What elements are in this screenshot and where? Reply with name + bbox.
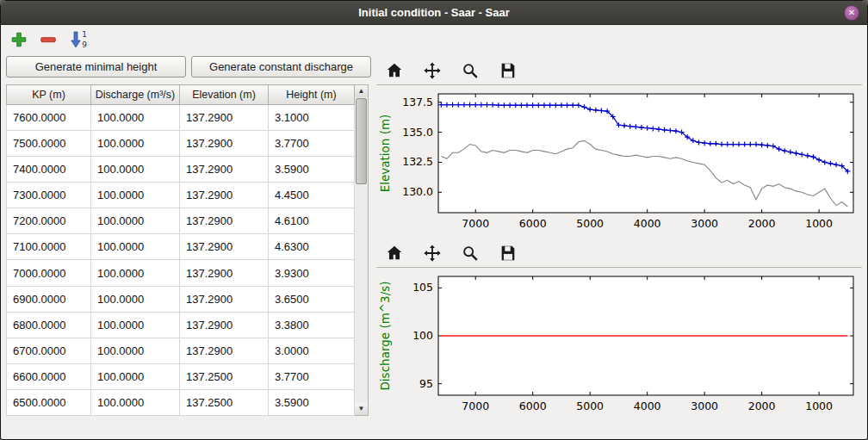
table-cell[interactable]: 4.6100 [269,208,355,234]
table-body: 7600.0000100.0000137.29003.10007500.0000… [7,105,355,416]
discharge-nav-toolbar [376,239,862,268]
table-cell[interactable]: 4.4500 [269,183,355,208]
table-cell[interactable]: 137.2900 [180,260,269,286]
sort-button[interactable]: 1 9 [68,28,92,51]
home-button[interactable] [383,242,406,264]
remove-row-button[interactable] [39,28,58,51]
table-cell[interactable]: 137.2500 [180,389,269,415]
table-cell[interactable]: 100.0000 [91,363,180,389]
table-cell[interactable]: 3.1000 [269,105,355,131]
table-cell[interactable]: 100.0000 [91,131,180,157]
home-icon [385,244,404,263]
save-floppy-icon [499,61,518,80]
vertical-scrollbar[interactable]: ▲ ▼ [355,84,369,416]
table-cell[interactable]: 100.0000 [91,286,180,312]
table-cell[interactable]: 137.2900 [180,338,269,363]
svg-text:6000: 6000 [519,400,547,412]
table-cell[interactable]: 100.0000 [91,312,180,338]
titlebar[interactable]: Initial condition - Saar - Saar ✕ [1,1,867,25]
table-cell[interactable]: 3.0000 [269,338,355,363]
table-header-row: KP (m) Discharge (m³/s) Elevation (m) He… [7,85,355,105]
table-cell[interactable]: 100.0000 [91,234,180,260]
magnifier-icon [461,244,480,263]
table-row: 7100.0000100.0000137.29004.6300 [7,234,355,260]
table-cell[interactable]: 7200.0000 [7,208,91,234]
table-cell[interactable]: 137.2900 [180,286,269,312]
elevation-nav-toolbar [376,56,862,85]
add-row-button[interactable] [9,28,28,51]
scrollbar-thumb[interactable] [356,98,367,184]
plus-icon [9,30,28,49]
discharge-chart[interactable]: 700060005000400030002000100010510095Disc… [376,270,859,421]
app-window: Initial condition - Saar - Saar ✕ 1 9 Ge… [0,0,868,440]
home-button[interactable] [383,59,406,82]
column-header-kp[interactable]: KP (m) [7,85,91,105]
scrollbar-track[interactable] [355,97,368,403]
svg-text:137.5: 137.5 [402,96,433,108]
table-cell[interactable]: 7500.0000 [7,131,91,157]
pan-button[interactable] [421,242,443,264]
table-cell[interactable]: 100.0000 [91,260,180,286]
table-cell[interactable]: 137.2900 [180,105,269,131]
svg-text:1000: 1000 [805,400,833,412]
svg-text:Elevation (m): Elevation (m) [378,115,392,193]
zoom-button[interactable] [459,59,481,82]
table-cell[interactable]: 100.0000 [91,105,180,131]
column-header-height[interactable]: Height (m) [269,85,355,105]
table-cell[interactable]: 100.0000 [91,183,180,208]
window-title: Initial condition - Saar - Saar [358,6,510,19]
table-cell[interactable]: 6700.0000 [7,338,91,363]
save-button[interactable] [497,59,519,82]
table-cell[interactable]: 7000.0000 [7,260,91,286]
table-cell[interactable]: 7300.0000 [7,183,91,208]
table-cell[interactable]: 3.3800 [269,312,355,338]
table-cell[interactable]: 137.2900 [180,312,269,338]
table-cell[interactable]: 100.0000 [91,389,180,415]
table-cell[interactable]: 137.2900 [180,183,269,208]
elevation-chart[interactable]: 7000600050004000300020001000137.5135.013… [376,87,859,239]
table-cell[interactable]: 100.0000 [91,208,180,234]
zoom-button[interactable] [459,242,481,264]
table-cell[interactable]: 100.0000 [91,157,180,183]
table-cell[interactable]: 3.5900 [269,157,355,183]
scroll-down-button[interactable]: ▼ [355,403,368,415]
table-cell[interactable]: 7600.0000 [7,105,91,131]
table-row: 7300.0000100.0000137.29004.4500 [7,183,355,208]
table-row: 7600.0000100.0000137.29003.1000 [7,105,355,131]
table-cell[interactable]: 7400.0000 [7,157,91,183]
table-row: 6500.0000100.0000137.25003.5900 [7,389,355,415]
right-panel: 7000600050004000300020001000137.5135.013… [376,56,862,421]
generate-constant-discharge-button[interactable]: Generate constant discharge [191,56,371,77]
table-cell[interactable]: 3.9300 [269,260,355,286]
table-cell[interactable]: 6900.0000 [7,286,91,312]
table-cell[interactable]: 6800.0000 [7,312,91,338]
generate-minimal-height-button[interactable]: Generate minimal height [6,56,186,77]
save-floppy-icon [499,244,518,263]
table-cell[interactable]: 3.7700 [269,363,355,389]
column-header-discharge[interactable]: Discharge (m³/s) [91,85,180,105]
home-icon [385,61,404,80]
scroll-up-button[interactable]: ▲ [355,85,368,97]
column-header-elevation[interactable]: Elevation (m) [180,85,269,105]
table-row: 7200.0000100.0000137.29004.6100 [7,208,355,234]
table-cell[interactable]: 137.2900 [180,157,269,183]
table-cell[interactable]: 7100.0000 [7,234,91,260]
table-cell[interactable]: 6500.0000 [7,389,91,415]
save-button[interactable] [497,242,519,264]
pan-button[interactable] [421,59,443,82]
svg-text:3000: 3000 [691,217,718,230]
close-button[interactable]: ✕ [844,5,859,21]
table-cell[interactable]: 137.2900 [180,234,269,260]
svg-text:130.0: 130.0 [402,185,433,198]
table-cell[interactable]: 100.0000 [91,338,180,363]
table-cell[interactable]: 4.6300 [269,234,355,260]
table-cell[interactable]: 6600.0000 [7,363,91,389]
table-cell[interactable]: 137.2900 [180,208,269,234]
table-cell[interactable]: 137.2500 [180,363,269,389]
table-cell[interactable]: 3.6500 [269,286,355,312]
table-cell[interactable]: 137.2900 [180,131,269,157]
table-cell[interactable]: 3.5900 [269,389,355,415]
left-panel: Generate minimal height Generate constan… [6,56,371,416]
svg-text:105: 105 [412,281,433,294]
table-cell[interactable]: 3.7700 [269,131,355,157]
